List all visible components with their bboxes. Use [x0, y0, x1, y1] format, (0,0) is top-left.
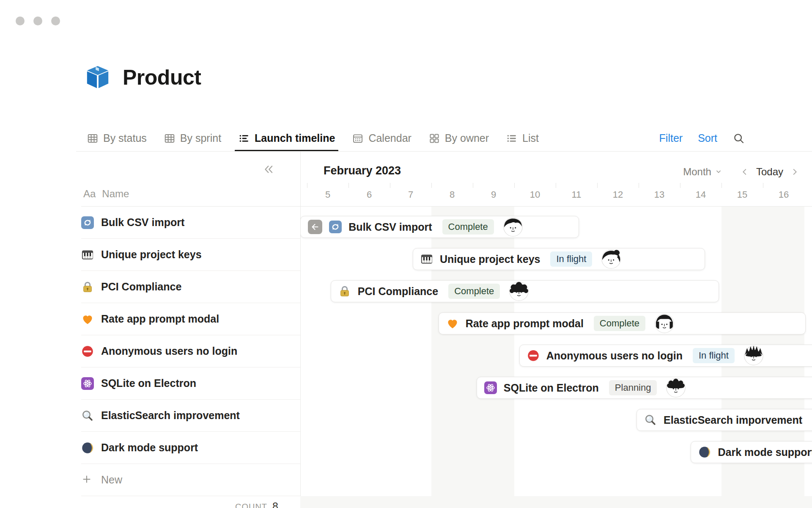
timeline-icon	[238, 133, 250, 144]
table-row-sqlite-on-electron[interactable]: SQLite on Electron	[81, 367, 300, 400]
day-tick-mark	[556, 183, 556, 188]
bar-title: Dark mode support	[718, 446, 812, 458]
day-tick-mark	[763, 183, 763, 188]
new-row-label: New	[101, 474, 122, 486]
lock-icon	[81, 281, 94, 293]
timeline-bar-unique-project-keys[interactable]: Unique project keysIn flight	[413, 248, 705, 270]
window-control-dot[interactable]	[33, 17, 42, 25]
count-value: 8	[272, 500, 278, 508]
row-name: Dark mode support	[101, 442, 198, 454]
chevron-left-icon[interactable]	[740, 167, 749, 177]
chevrons-left-icon[interactable]	[262, 163, 275, 176]
search-emoji-icon	[81, 409, 94, 422]
window-control-dot[interactable]	[51, 17, 60, 25]
bar-title: SQLite on Electron	[504, 382, 599, 394]
avatar	[509, 282, 529, 301]
status-badge: In flight	[693, 348, 735, 363]
day-tick-mark	[721, 183, 722, 188]
tab-calendar[interactable]: Calendar	[352, 125, 411, 152]
row-name: Unique project keys	[101, 248, 202, 261]
day-tick-label: 8	[439, 189, 465, 200]
timeline-canvas: Bulk CSV importCompleteUnique project ke…	[300, 207, 812, 508]
filter-button[interactable]: Filter	[659, 132, 683, 144]
name-column-header[interactable]: Aa Name	[83, 188, 129, 200]
timeline-bar-sqlite-on-electron[interactable]: SQLite on ElectronPlanning	[477, 377, 812, 399]
sort-button[interactable]: Sort	[698, 132, 717, 144]
day-tick-label: 9	[481, 189, 506, 200]
page-title: Product	[123, 65, 201, 90]
window-control-dot[interactable]	[16, 17, 25, 25]
timeline-bar-rate-app-prompt-modal[interactable]: Rate app prompt modalComplete	[439, 312, 806, 334]
status-badge: Complete	[594, 316, 645, 331]
table-row-rate-app-prompt-modal[interactable]: Rate app prompt modal	[81, 303, 300, 335]
day-tick-mark	[431, 183, 432, 188]
table-row-elasticsearch-improvement[interactable]: ElasticSearch improvement	[81, 400, 300, 432]
day-tick-label: 16	[771, 189, 796, 200]
bar-title: Anonymous users no login	[546, 350, 683, 362]
row-name: Bulk CSV import	[101, 216, 184, 229]
column-label: Name	[102, 188, 129, 200]
timeline-bar-elasticsearch-imporvement[interactable]: ElasticSearch imporvement	[636, 409, 812, 431]
column-type-abbrev: Aa	[83, 188, 96, 200]
arrow-left-icon[interactable]	[308, 220, 322, 234]
day-tick-mark	[514, 183, 515, 188]
new-row-button[interactable]: New	[81, 464, 300, 496]
bar-title: ElasticSearch imporvement	[664, 414, 802, 426]
bar-title: Bulk CSV import	[348, 221, 432, 233]
day-tick-mark	[639, 183, 639, 188]
grid-icon	[428, 133, 440, 144]
today-button[interactable]: Today	[756, 166, 783, 178]
atom-icon	[484, 381, 497, 394]
day-tick-label: 6	[357, 189, 382, 200]
table-row-dark-mode-support[interactable]: Dark mode support	[81, 432, 300, 464]
tabbar-divider	[76, 151, 812, 152]
refresh-icon	[81, 216, 94, 229]
row-name: ElasticSearch improvement	[101, 409, 240, 422]
table-row-unique-project-keys[interactable]: Unique project keys	[81, 239, 300, 271]
atom-icon	[81, 377, 94, 390]
bar-title: Rate app prompt modal	[466, 318, 584, 330]
status-badge: Planning	[609, 380, 657, 395]
row-name: Anonymous users no login	[101, 345, 237, 357]
list-icon	[506, 133, 518, 144]
chevron-right-icon[interactable]	[790, 167, 799, 177]
calculation-footer[interactable]: COUNT 8	[81, 496, 300, 508]
zoom-level-dropdown[interactable]: Month	[683, 166, 722, 178]
row-name: PCI Compliance	[101, 281, 181, 293]
row-name: Rate app prompt modal	[101, 313, 219, 325]
timeline-bar-dark-mode-support[interactable]: Dark mode support	[691, 441, 812, 463]
tab-by-sprint[interactable]: By sprint	[164, 125, 221, 152]
tab-list[interactable]: List	[506, 125, 539, 152]
search-icon[interactable]	[732, 132, 745, 145]
table-row-pci-compliance[interactable]: PCI Compliance	[81, 271, 300, 303]
tab-label: By owner	[445, 132, 489, 144]
timeline-bar-pci-compliance[interactable]: PCI ComplianceComplete	[331, 280, 719, 302]
status-badge: Complete	[448, 284, 500, 299]
timeline-bar-anonymous-users-no-login[interactable]: Anonymous users no loginIn flight	[519, 345, 812, 367]
tab-by-owner[interactable]: By owner	[428, 125, 489, 152]
window-controls	[16, 17, 60, 25]
day-tick-mark	[597, 183, 598, 188]
piano-icon	[81, 248, 94, 261]
table-row-bulk-csv-import[interactable]: Bulk CSV import	[81, 207, 300, 239]
tab-by-status[interactable]: By status	[87, 125, 147, 152]
heart-icon	[81, 313, 94, 326]
count-label: COUNT	[235, 502, 267, 508]
day-tick-mark	[390, 183, 390, 188]
day-tick-mark	[473, 183, 473, 188]
bar-title: PCI Compliance	[358, 285, 438, 298]
timeline-period-title: February 2023	[324, 164, 401, 177]
day-tick-label: 12	[605, 189, 631, 200]
avatar	[744, 346, 763, 365]
tab-label: List	[522, 132, 539, 144]
plus-icon	[81, 474, 94, 486]
day-tick-label: 11	[564, 189, 589, 200]
table-icon	[164, 133, 176, 144]
package-icon[interactable]	[85, 64, 111, 91]
timeline-bar-bulk-csv-import[interactable]: Bulk CSV importComplete	[300, 216, 579, 238]
status-badge: Complete	[442, 219, 494, 235]
day-tick-mark	[348, 183, 349, 188]
day-tick-label: 5	[315, 189, 340, 200]
tab-launch-timeline[interactable]: Launch timeline	[238, 125, 335, 152]
table-row-anonymous-users-no-login[interactable]: Anonymous users no login	[81, 335, 300, 367]
